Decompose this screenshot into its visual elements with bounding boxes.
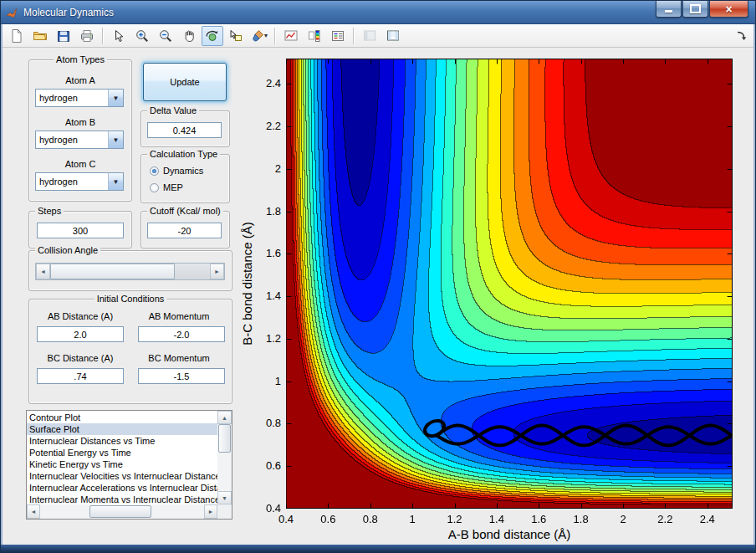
x-tick-label: 0.6	[311, 513, 345, 525]
radio-selected-icon	[150, 166, 159, 176]
window-controls: ×	[656, 1, 748, 18]
minimize-icon	[665, 10, 672, 13]
collision-angle-slider[interactable]: ◄ ►	[35, 263, 225, 280]
plot-list-item[interactable]: Internuclear Momenta vs Internuclear Dis…	[27, 494, 217, 504]
chevron-down-icon: ▼	[108, 90, 123, 106]
atom-a-label: Atom A	[29, 75, 131, 85]
plot-list-item[interactable]: Surface Plot	[27, 423, 217, 435]
plot-list-item[interactable]: Internuclear Distances vs Time	[27, 435, 217, 447]
slider-thumb[interactable]	[50, 264, 175, 279]
toolbar: ▼	[1, 24, 755, 48]
scroll-up-icon[interactable]: ▲	[217, 411, 232, 424]
legend-icon[interactable]	[327, 26, 349, 46]
atom-a-select[interactable]: hydrogen ▼	[35, 89, 124, 107]
x-tick-label: 1.8	[564, 513, 598, 525]
cutoff-panel: Cutoff (Kcal/ mol)	[140, 211, 230, 248]
dynamics-radio[interactable]: Dynamics	[150, 165, 203, 177]
y-tick-label: 1	[251, 375, 281, 387]
colorbar-icon[interactable]	[304, 26, 325, 46]
cutoff-input[interactable]	[147, 223, 222, 238]
atom-b-value: hydrogen	[36, 135, 108, 145]
bc-momentum-input[interactable]	[138, 368, 225, 384]
plot-list-item[interactable]: Potential Energy vs Time	[27, 447, 217, 458]
save-icon[interactable]	[53, 26, 74, 46]
bc-distance-label: BC Distance (A)	[34, 353, 126, 363]
update-button[interactable]: Update	[143, 63, 227, 101]
edit-plot-arrow-icon[interactable]	[108, 26, 130, 46]
atom-b-label: Atom B	[29, 117, 131, 127]
x-tick-label: 1.2	[438, 513, 472, 525]
maximize-icon	[690, 4, 701, 13]
panel-title: Delta Value	[147, 105, 199, 116]
ab-distance-input[interactable]	[37, 326, 124, 342]
maximize-button[interactable]	[682, 1, 708, 18]
y-tick-label: 0.8	[251, 417, 281, 429]
print-icon[interactable]	[76, 26, 98, 46]
plot-list-item[interactable]: Kinetic Energy vs Time	[27, 458, 217, 470]
y-tick-label: 2.4	[251, 77, 281, 90]
pan-hand-icon[interactable]	[178, 26, 200, 46]
window-frame-right	[753, 24, 755, 545]
steps-input[interactable]	[37, 223, 124, 238]
plot-list-item[interactable]: Contour Plot	[27, 412, 217, 423]
scroll-left-icon[interactable]: ◄	[27, 504, 40, 519]
minimize-button[interactable]	[656, 1, 682, 18]
atom-types-panel: Atom Types Atom A hydrogen ▼ Atom B hydr…	[28, 59, 132, 202]
vscroll-track[interactable]	[217, 424, 232, 491]
rotate-3d-icon[interactable]	[202, 26, 223, 46]
x-tick-label: 2	[606, 513, 640, 525]
close-button[interactable]: ×	[709, 1, 748, 18]
window-title: Molecular Dynamics	[23, 7, 114, 18]
radio-unselected-icon	[150, 183, 159, 192]
panel-title: Calculation Type	[147, 149, 220, 160]
hscroll-track[interactable]	[40, 504, 204, 519]
panel-title: Collision Angle	[35, 245, 100, 256]
steps-panel: Steps	[28, 211, 132, 248]
listbox-horizontal-scrollbar[interactable]: ◄ ►	[27, 504, 217, 519]
zoom-out-icon[interactable]	[155, 26, 176, 46]
dock-figure-icon[interactable]	[733, 26, 750, 46]
slider-left-arrow-icon[interactable]: ◄	[36, 264, 50, 279]
vscroll-thumb[interactable]	[218, 424, 231, 453]
scroll-right-icon[interactable]: ►	[204, 504, 217, 519]
data-cursor-icon[interactable]	[225, 26, 247, 46]
panel-title: Steps	[35, 206, 64, 217]
zoom-in-icon[interactable]	[131, 26, 153, 46]
bc-distance-input[interactable]	[37, 368, 124, 384]
window-frame-left	[1, 24, 3, 545]
new-file-icon[interactable]	[6, 26, 28, 46]
hscroll-thumb[interactable]	[89, 505, 151, 518]
ab-momentum-input[interactable]	[138, 326, 225, 342]
x-tick-label: 0.4	[269, 513, 303, 525]
mep-radio[interactable]: MEP	[150, 182, 183, 193]
x-tick-label: 2.4	[691, 513, 724, 525]
atom-c-label: Atom C	[29, 159, 131, 169]
atom-c-select[interactable]: hydrogen ▼	[35, 172, 124, 191]
initial-conditions-panel: Initial Conditions AB Distance (A) AB Mo…	[28, 299, 232, 404]
plot-type-listbox: Contour PlotSurface PlotInternuclear Dis…	[26, 410, 232, 520]
mep-radio-label: MEP	[163, 182, 183, 192]
link-plot-icon[interactable]	[280, 26, 302, 46]
plot-list-item[interactable]: Internuclear Accelerations vs Internucle…	[27, 482, 217, 494]
matlab-icon	[6, 6, 19, 19]
delta-value-input[interactable]	[147, 122, 222, 138]
slider-track[interactable]	[50, 264, 210, 279]
listbox-vertical-scrollbar[interactable]: ▲ ▼	[217, 411, 232, 504]
scroll-down-icon[interactable]: ▼	[217, 491, 232, 504]
open-folder-icon[interactable]	[29, 26, 51, 46]
x-tick-label: 1	[396, 513, 429, 525]
x-axis-label: A-B bond distance (Å)	[286, 527, 733, 541]
show-plot-tools-icon[interactable]	[382, 26, 404, 46]
brush-icon[interactable]: ▼	[248, 26, 270, 46]
y-tick-label: 1.8	[251, 205, 281, 218]
ab-momentum-label: AB Momentum	[133, 311, 225, 321]
panel-title: Cutoff (Kcal/ mol)	[147, 206, 223, 217]
bc-momentum-label: BC Momentum	[133, 353, 225, 363]
atom-b-select[interactable]: hydrogen ▼	[35, 131, 124, 149]
dynamics-radio-label: Dynamics	[163, 166, 203, 176]
plot-list-item[interactable]: Internuclear Velocities vs Internuclear …	[27, 470, 217, 482]
toolbar-separator	[353, 28, 355, 44]
toolbar-separator	[274, 28, 276, 44]
slider-right-arrow-icon[interactable]: ►	[210, 264, 224, 279]
pes-contour-canvas[interactable]	[286, 59, 733, 509]
